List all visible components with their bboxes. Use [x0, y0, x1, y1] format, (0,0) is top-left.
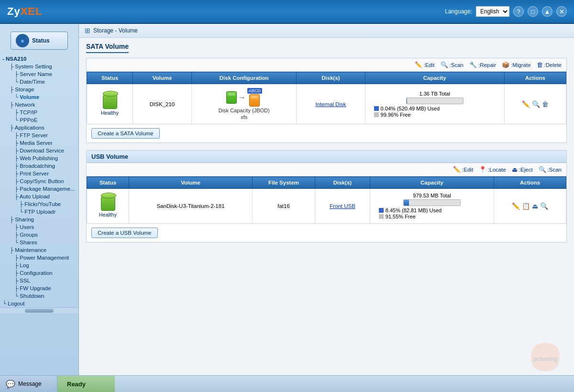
scan-button[interactable]: 🔍 :Scan: [441, 61, 464, 68]
usb-cap-total: 979.53 MB Total: [374, 193, 490, 198]
volume-name: DISK_210: [150, 101, 175, 107]
delete-label: :Delete: [544, 62, 562, 68]
help-icon[interactable]: ?: [513, 6, 524, 17]
locate-icon: 📍: [479, 166, 486, 173]
internal-disk-link[interactable]: Internal Disk: [316, 101, 346, 107]
eject-button[interactable]: ⏏ :Eject: [512, 166, 533, 173]
capacity-bar: [406, 98, 464, 104]
usb-col-status: Status: [87, 177, 129, 189]
disk-config-fs: xfs: [241, 114, 247, 120]
sidebar: Status - NSA210 ├ System Setting ├ Serve…: [0, 24, 79, 375]
delete-action-icon[interactable]: 🗑: [542, 100, 549, 108]
sidebar-item-ftp-server[interactable]: ├ FTP Server: [0, 131, 78, 139]
page-title: SATA Volume: [86, 43, 129, 53]
create-sata-volume-button[interactable]: Create a SATA Volume: [91, 128, 160, 139]
sidebar-item-copy-sync[interactable]: ├ Copy/Sync Button: [0, 177, 78, 185]
healthy-status: Healthy: [91, 93, 129, 116]
sata-disks-cell: Internal Disk: [297, 84, 365, 124]
search-action-icon[interactable]: 🔍: [532, 100, 540, 108]
scan-icon: 🔍: [441, 61, 448, 68]
edit-action-icon[interactable]: ✏️: [522, 100, 530, 108]
sidebar-item-web-publishing[interactable]: ├ Web Publishing: [0, 154, 78, 162]
create-usb-volume-button[interactable]: Create a USB Volume: [91, 228, 158, 238]
migrate-button[interactable]: 📦 :Migrate: [502, 61, 531, 68]
sidebar-item-ftp-uploadr[interactable]: └ FTP Uploadr: [0, 208, 78, 216]
locate-button[interactable]: 📍 :Locate: [479, 166, 506, 173]
usb-scan-button[interactable]: 🔍 :Scan: [539, 166, 562, 173]
sata-capacity-cell: 1.36 TB Total 0.04% (520.49 MB) Used: [365, 84, 504, 124]
usb-search-action-icon[interactable]: 🔍: [540, 202, 548, 210]
usb-edit-action-icon[interactable]: ✏️: [512, 202, 520, 210]
home-icon[interactable]: □: [528, 6, 538, 17]
sidebar-item-users[interactable]: ├ Users: [0, 223, 78, 231]
logo: ZyXEL: [7, 5, 42, 18]
sidebar-item-system-setting[interactable]: ├ System Setting: [0, 63, 78, 70]
usb-eject-action-icon[interactable]: ⏏: [532, 202, 538, 210]
main-content: ⊞ Storage - Volume SATA Volume ✏️ :Edit …: [79, 24, 574, 375]
sidebar-item-datetime[interactable]: └ Date/Time: [0, 78, 78, 86]
usb-cap-used: 8.45% (82.81 MB) Used: [379, 207, 442, 213]
sidebar-item-auto-upload[interactable]: ├ Auto Upload: [0, 193, 78, 200]
usb-col-filesystem: File System: [252, 177, 315, 189]
status-button[interactable]: Status: [11, 32, 68, 50]
sidebar-item-package-mgmt[interactable]: ├ Package Manageme...: [0, 185, 78, 193]
close-icon[interactable]: ✕: [556, 6, 567, 17]
sidebar-item-volume[interactable]: └ Volume: [0, 93, 78, 101]
language-select[interactable]: English: [476, 6, 509, 17]
sidebar-item-groups[interactable]: ├ Groups: [0, 231, 78, 239]
disk-green-icon: [226, 91, 237, 104]
eject-icon: ⏏: [512, 166, 518, 173]
usb-edit-icon: ✏️: [453, 166, 461, 173]
sidebar-item-configuration[interactable]: ├ Configuration: [0, 269, 78, 277]
col-volume: Volume: [133, 72, 192, 84]
status-ready-label: Ready: [67, 381, 86, 388]
sidebar-item-tcpip[interactable]: ├ TCP/IP: [0, 109, 78, 116]
edit-button[interactable]: ✏️ :Edit: [415, 61, 435, 68]
sidebar-item-fw-upgrade[interactable]: ├ FW Upgrade: [0, 284, 78, 292]
sidebar-item-network[interactable]: ├ Network: [0, 101, 78, 109]
sidebar-item-server-name[interactable]: ├ Server Name: [0, 70, 78, 78]
sidebar-item-media-server[interactable]: ├ Media Server: [0, 139, 78, 147]
delete-button[interactable]: 🗑 :Delete: [537, 61, 562, 68]
sidebar-item-download-service[interactable]: ├ Download Service: [0, 147, 78, 154]
arrow-icon: →: [238, 93, 246, 102]
bottom-bar: 💬 Message Ready: [0, 375, 574, 392]
message-label: Message: [18, 381, 42, 387]
breadcrumb-icon: ⊞: [85, 27, 90, 34]
status-text: Healthy: [101, 110, 119, 116]
repair-button[interactable]: 🔧 :Repair: [469, 61, 496, 68]
language-label: Language:: [445, 8, 472, 15]
sidebar-item-applications[interactable]: ├ Applications: [0, 124, 78, 131]
sidebar-item-storage[interactable]: ├ Storage: [0, 86, 78, 93]
sidebar-item-print-server[interactable]: ├ Print Server: [0, 170, 78, 177]
sidebar-item-shares[interactable]: └ Shares: [0, 239, 78, 246]
sidebar-item-shutdown[interactable]: └ Shutdown: [0, 292, 78, 300]
sidebar-item-sharing[interactable]: ├ Sharing: [0, 216, 78, 223]
sidebar-item-maintenance[interactable]: ├ Maintenance: [0, 246, 78, 254]
sidebar-item-power-mgmt[interactable]: ├ Power Management: [0, 254, 78, 261]
usb-section-title: USB Volume: [91, 153, 128, 160]
usb-capacity-bar: [403, 199, 461, 206]
usb-cap-free: 91.55% Free: [379, 214, 416, 219]
sata-status-cell: Healthy: [87, 84, 133, 124]
sidebar-scrollbar[interactable]: [0, 307, 78, 313]
sidebar-item-log[interactable]: ├ Log: [0, 261, 78, 269]
up-icon[interactable]: ▲: [542, 6, 552, 17]
usb-edit-button[interactable]: ✏️ :Edit: [453, 166, 473, 173]
sidebar-item-flickr[interactable]: ├ Flickr/YouTube: [0, 200, 78, 208]
breadcrumb: ⊞ Storage - Volume: [79, 24, 574, 38]
sidebar-item-pppoe[interactable]: └ PPPoE: [0, 116, 78, 124]
col-status: Status: [87, 72, 133, 84]
front-usb-link[interactable]: Front USB: [330, 203, 355, 209]
usb-info-action-icon[interactable]: 📋: [522, 202, 530, 210]
header: ZyXEL Language: English ? □ ▲ ✕: [0, 0, 574, 24]
sata-volume-cell: DISK_210: [133, 84, 192, 124]
sidebar-item-broadcatching[interactable]: ├ Broadcatching: [0, 162, 78, 170]
sidebar-item-logout[interactable]: └ Logout: [0, 300, 78, 307]
sidebar-item-ssl[interactable]: ├ SSL: [0, 277, 78, 284]
eject-label: :Eject: [519, 167, 533, 173]
usb-col-actions: Actions: [494, 177, 566, 189]
content-area: SATA Volume ✏️ :Edit 🔍 :Scan 🔧 :Repai: [79, 38, 574, 375]
usb-actions-cell: ✏️ 📋 ⏏ 🔍: [494, 189, 566, 224]
usb-action-icons: ✏️ 📋 ⏏ 🔍: [498, 202, 562, 210]
